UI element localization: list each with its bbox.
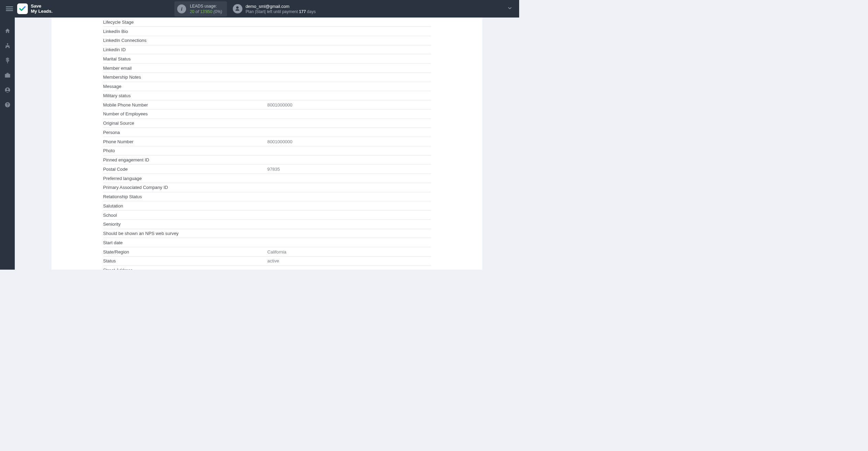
field-value <box>267 177 431 180</box>
field-label: Number of Employees <box>103 110 267 119</box>
table-row: Relationship Status <box>103 192 431 202</box>
usage-of: of <box>196 9 199 14</box>
header-dropdown-toggle[interactable] <box>437 5 513 12</box>
field-value <box>267 232 431 235</box>
field-value <box>267 20 431 24</box>
table-row: Mobile Phone Number8001000000 <box>103 100 431 110</box>
field-value <box>267 94 431 98</box>
field-value <box>267 149 431 153</box>
account-plan-days: 177 <box>299 9 306 14</box>
field-value: 8001000000 <box>267 100 431 109</box>
table-row: Photo <box>103 146 431 156</box>
table-row: Salutation <box>103 201 431 211</box>
table-row: Primary Associated Company ID <box>103 183 431 192</box>
field-value <box>267 38 431 42</box>
field-value <box>267 158 431 162</box>
checkmark-icon <box>19 5 26 13</box>
table-row: School <box>103 211 431 220</box>
field-value <box>267 57 431 61</box>
layout: Lifecycle StageLinkedIn BioLinkedIn Conn… <box>0 18 519 270</box>
svg-rect-0 <box>5 74 10 77</box>
header: Save My Leads. i LEADS usage: 20 of 13'8… <box>0 0 519 18</box>
table-row: Membership Notes <box>103 73 431 82</box>
account-menu[interactable]: demo_sml@gmail.com Plan |Start| left unt… <box>233 4 316 14</box>
brand-line2: My Leads. <box>31 9 53 14</box>
field-label: Original Source <box>103 119 267 128</box>
brand-name: Save My Leads. <box>31 4 53 14</box>
field-label: LinkedIn Connections <box>103 36 267 45</box>
field-label: Seniority <box>103 220 267 229</box>
table-row: Statusactive <box>103 257 431 266</box>
field-value <box>267 204 431 208</box>
usage-total: 13'850 <box>200 9 213 14</box>
info-icon: i <box>177 4 186 13</box>
table-row: Persona <box>103 128 431 137</box>
field-label: Linkedin ID <box>103 45 267 54</box>
account-plan: Plan |Start| left until payment 177 days <box>245 9 316 14</box>
field-value <box>267 213 431 217</box>
briefcase-icon <box>4 72 11 78</box>
table-row: State/RegionCalifornia <box>103 247 431 257</box>
sidebar-item-briefcase[interactable] <box>4 71 11 79</box>
table-row: LinkedIn Connections <box>103 36 431 45</box>
field-value <box>267 195 431 199</box>
field-label: Marital Status <box>103 54 267 63</box>
field-label: Relationship Status <box>103 192 267 201</box>
table-row: Street Address <box>103 266 431 270</box>
user-circle-icon <box>4 87 11 93</box>
field-label: Preferred language <box>103 174 267 183</box>
brand-logo[interactable] <box>17 3 28 14</box>
sidebar-item-profile[interactable] <box>4 86 11 94</box>
field-value <box>267 222 431 226</box>
field-label: LinkedIn Bio <box>103 27 267 36</box>
field-value <box>267 66 431 70</box>
field-value: 97835 <box>267 165 431 173</box>
table-row: Lifecycle Stage <box>103 18 431 27</box>
table-row: Marital Status <box>103 54 431 64</box>
table-row: Postal Code97835 <box>103 165 431 174</box>
field-label: State/Region <box>103 247 267 256</box>
sidebar-item-help[interactable] <box>4 101 11 109</box>
sidebar-item-billing[interactable] <box>4 57 11 64</box>
field-label: Postal Code <box>103 165 267 173</box>
sidebar <box>0 18 15 270</box>
field-table: Lifecycle StageLinkedIn BioLinkedIn Conn… <box>103 18 431 270</box>
table-row: Preferred language <box>103 174 431 183</box>
field-label: Military status <box>103 91 267 100</box>
sidebar-item-home[interactable] <box>4 27 11 35</box>
table-row: Military status <box>103 91 431 100</box>
table-row: Seniority <box>103 220 431 229</box>
field-value <box>267 75 431 79</box>
field-value <box>267 185 431 189</box>
account-email: demo_sml@gmail.com <box>245 4 316 9</box>
table-row: Should be shown an NPS web survey <box>103 229 431 238</box>
user-avatar-icon <box>233 4 242 14</box>
field-value: California <box>267 247 431 256</box>
table-row: Start date <box>103 238 431 247</box>
data-panel: Lifecycle StageLinkedIn BioLinkedIn Conn… <box>52 18 482 270</box>
field-value: active <box>267 257 431 266</box>
field-value <box>267 241 431 245</box>
field-value <box>267 131 431 134</box>
usage-used: 20 <box>190 9 194 14</box>
account-plan-suffix: days <box>306 9 316 14</box>
field-label: Salutation <box>103 201 267 210</box>
field-label: School <box>103 211 267 219</box>
field-value <box>267 48 431 52</box>
field-label: Persona <box>103 128 267 137</box>
field-label: Photo <box>103 146 267 155</box>
account-plan-prefix: Plan |Start| left until payment <box>245 9 299 14</box>
table-row: Linkedin ID <box>103 45 431 55</box>
field-label: Pinned engagement ID <box>103 156 267 165</box>
field-label: Street Address <box>103 266 267 270</box>
table-row: Message <box>103 82 431 91</box>
home-icon <box>4 28 11 34</box>
field-value: 8001000000 <box>267 137 431 146</box>
leads-usage-widget[interactable]: i LEADS usage: 20 of 13'850 (0%) <box>174 1 227 16</box>
sidebar-item-integrations[interactable] <box>4 42 11 49</box>
brand-line1: Save <box>31 3 42 9</box>
usage-pct: (0%) <box>214 9 222 14</box>
sitemap-icon <box>4 43 11 49</box>
field-label: Phone Number <box>103 137 267 146</box>
hamburger-menu-button[interactable] <box>6 5 13 13</box>
